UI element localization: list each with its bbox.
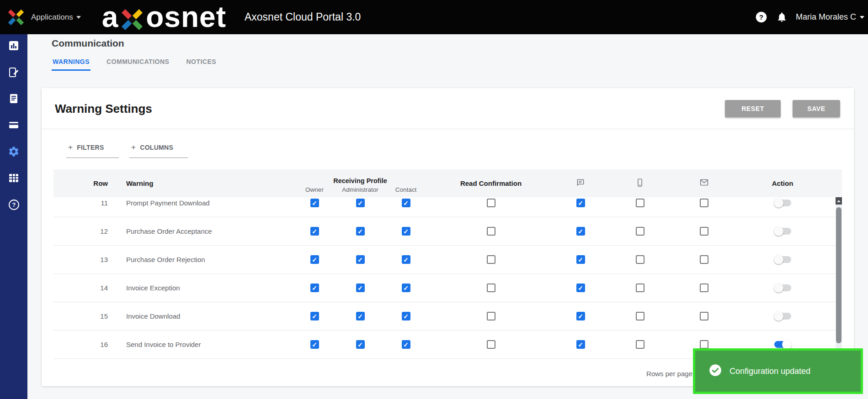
read-confirmation-checkbox[interactable]	[487, 199, 495, 207]
save-button[interactable]: SAVE	[793, 100, 840, 117]
administrator-checkbox[interactable]	[356, 255, 365, 264]
row-number: 16	[53, 341, 115, 348]
owner-checkbox[interactable]	[310, 312, 319, 320]
sidebar-item-documents[interactable]	[4, 89, 24, 110]
sidebar-item-entry[interactable]	[4, 63, 24, 83]
contact-checkbox[interactable]	[402, 312, 410, 320]
mobile-checkbox[interactable]	[636, 312, 644, 320]
mobile-checkbox[interactable]	[636, 255, 644, 264]
column-header-owner: Owner	[292, 185, 337, 193]
row-number: 11	[53, 199, 115, 207]
read-confirmation-checkbox[interactable]	[487, 284, 495, 292]
mobile-checkbox[interactable]	[636, 227, 644, 236]
table-body: 11 Prompt Payment Download 12 Purchase O…	[53, 197, 842, 359]
toast-message: Configuration updated	[730, 367, 810, 376]
chat-checkbox[interactable]	[576, 255, 585, 264]
owner-checkbox[interactable]	[310, 340, 319, 349]
filters-toggle[interactable]: + FILTERS	[66, 143, 119, 158]
grid-icon	[8, 173, 19, 185]
column-header-read-confirmation: Read Confirmation	[429, 179, 553, 187]
action-toggle[interactable]	[774, 341, 791, 348]
read-confirmation-checkbox[interactable]	[487, 255, 495, 264]
toast-configuration-updated: Configuration updated	[693, 348, 863, 394]
action-toggle[interactable]	[774, 284, 791, 291]
mobile-checkbox[interactable]	[636, 199, 644, 207]
chat-checkbox[interactable]	[576, 284, 585, 292]
mail-checkbox[interactable]	[700, 255, 708, 264]
contact-checkbox[interactable]	[402, 227, 410, 236]
plus-icon: +	[68, 143, 73, 152]
action-toggle[interactable]	[774, 256, 791, 263]
warning-name: Prompt Payment Download	[115, 199, 292, 207]
mail-icon	[699, 178, 709, 189]
administrator-checkbox[interactable]	[356, 312, 365, 320]
tab-communications[interactable]: COMMUNICATIONS	[106, 56, 170, 71]
columns-toggle[interactable]: + COLUMNS	[129, 143, 188, 158]
read-confirmation-checkbox[interactable]	[487, 227, 495, 236]
mail-checkbox[interactable]	[700, 227, 708, 236]
chat-checkbox[interactable]	[576, 340, 585, 349]
sidebar-item-grid[interactable]	[4, 169, 24, 189]
sidebar-item-payments[interactable]	[4, 116, 24, 136]
toggle-knob	[774, 255, 783, 264]
contact-checkbox[interactable]	[402, 284, 410, 292]
chat-checkbox[interactable]	[576, 227, 585, 236]
owner-checkbox[interactable]	[310, 227, 319, 236]
toggle-knob	[774, 283, 783, 293]
scrollbar-thumb[interactable]	[836, 207, 841, 343]
warning-name: Purchase Order Acceptance	[115, 227, 292, 235]
mail-checkbox[interactable]	[700, 199, 708, 207]
mail-checkbox[interactable]	[700, 340, 708, 349]
applications-menu[interactable]: Applications	[31, 13, 81, 22]
applications-label: Applications	[31, 13, 73, 22]
topbar-right: ? Maria Morales C	[755, 10, 865, 24]
mobile-checkbox[interactable]	[636, 284, 644, 292]
row-number: 13	[53, 256, 115, 263]
contact-checkbox[interactable]	[402, 340, 410, 349]
action-toggle[interactable]	[774, 313, 791, 320]
tab-warnings[interactable]: WARNINGS	[52, 56, 91, 71]
document-icon	[8, 93, 19, 106]
read-confirmation-checkbox[interactable]	[487, 312, 495, 320]
administrator-checkbox[interactable]	[356, 284, 365, 292]
administrator-checkbox[interactable]	[356, 227, 365, 236]
tabs: WARNINGS COMMUNICATIONS NOTICES	[52, 56, 854, 71]
notifications-bell-icon[interactable]	[775, 10, 789, 24]
sidebar-item-settings[interactable]	[4, 142, 24, 163]
sidebar-item-reports[interactable]	[4, 37, 24, 57]
help-icon[interactable]: ?	[755, 10, 768, 24]
panel-title: Warning Settings	[55, 102, 152, 116]
chat-checkbox[interactable]	[576, 312, 585, 320]
page-title: Communication	[52, 38, 854, 49]
user-menu[interactable]: Maria Morales C	[796, 12, 864, 22]
sidebar: ?	[0, 34, 27, 399]
administrator-checkbox[interactable]	[356, 199, 365, 207]
owner-checkbox[interactable]	[310, 255, 319, 264]
owner-checkbox[interactable]	[310, 199, 319, 207]
scroll-up-button[interactable]	[836, 197, 842, 205]
mail-checkbox[interactable]	[700, 312, 708, 320]
reset-button[interactable]: RESET	[725, 100, 781, 117]
mobile-checkbox[interactable]	[636, 340, 644, 349]
vertical-scrollbar[interactable]	[836, 197, 842, 359]
administrator-checkbox[interactable]	[356, 340, 365, 349]
tab-notices[interactable]: NOTICES	[185, 56, 217, 71]
warning-name: Send Invoice to Provider	[115, 341, 292, 348]
contact-checkbox[interactable]	[402, 255, 410, 264]
action-toggle[interactable]	[774, 200, 791, 206]
sidebar-item-help[interactable]: ?	[4, 195, 24, 215]
user-name: Maria Morales C	[796, 12, 856, 22]
contact-checkbox[interactable]	[402, 199, 410, 207]
owner-checkbox[interactable]	[310, 284, 319, 292]
row-number: 15	[53, 312, 115, 320]
action-toggle[interactable]	[774, 228, 791, 235]
mail-checkbox[interactable]	[700, 284, 708, 292]
column-header-chat	[553, 178, 608, 189]
read-confirmation-checkbox[interactable]	[487, 340, 495, 349]
table-header: Row Warning Receiving Profile Owner Admi…	[53, 169, 842, 197]
topbar: Applications a osnet Axosnet Cloud Porta…	[0, 0, 868, 34]
row-number: 14	[53, 284, 115, 292]
table-row: 15 Invoice Download	[53, 302, 842, 331]
chat-checkbox[interactable]	[576, 199, 585, 207]
main-content: Communication WARNINGS COMMUNICATIONS NO…	[27, 34, 868, 399]
